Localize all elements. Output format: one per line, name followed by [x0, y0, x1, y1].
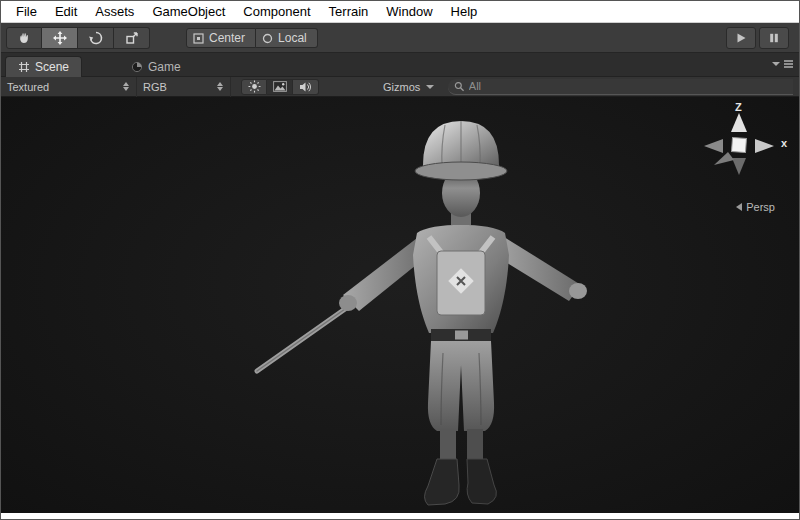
render-mode-value: Textured: [7, 81, 49, 93]
pivot-center-label: Center: [209, 31, 245, 45]
pause-icon: [768, 32, 780, 44]
move-tool-button[interactable]: [42, 27, 78, 49]
play-icon: [735, 32, 747, 44]
menu-edit[interactable]: Edit: [46, 2, 86, 21]
gizmos-dropdown[interactable]: Gizmos: [377, 77, 440, 97]
scene-viewport[interactable]: Z x Persp: [1, 97, 799, 513]
playmode-controls: [726, 27, 789, 49]
pivot-toggle-group: Center Local: [186, 28, 318, 48]
scale-tool-icon: [124, 30, 140, 46]
pivot-local-button[interactable]: Local: [256, 28, 318, 48]
rotate-tool-button[interactable]: [78, 27, 114, 49]
color-mode-value: RGB: [143, 81, 167, 93]
scene-orientation-gizmo[interactable]: Z x: [697, 105, 781, 189]
skybox-toggle-button[interactable]: [267, 79, 293, 95]
skybox-image-icon: [273, 81, 287, 92]
rotate-tool-icon: [88, 30, 104, 46]
window-bottom-edge: [1, 513, 799, 519]
tab-scene-label: Scene: [35, 60, 69, 74]
scene-view-toolbar: Textured RGB: [1, 77, 799, 97]
center-pivot-icon: [193, 33, 204, 44]
scale-tool-button[interactable]: [114, 27, 150, 49]
speaker-icon: [299, 81, 312, 93]
gizmo-z-axis-cone[interactable]: [731, 113, 747, 132]
lighting-toggle-button[interactable]: [241, 79, 267, 95]
pivot-center-button[interactable]: Center: [186, 28, 256, 48]
scene-tab-icon: [18, 61, 30, 73]
menu-file[interactable]: File: [7, 2, 46, 21]
unity-editor-window: File Edit Assets GameObject Component Te…: [0, 0, 800, 520]
hand-tool-icon: [16, 30, 32, 46]
menu-help[interactable]: Help: [442, 2, 487, 21]
scene-3d-character-model: [231, 103, 631, 513]
move-tool-icon: [52, 30, 68, 46]
transform-tool-group: [6, 27, 150, 49]
gizmos-dropdown-arrow-icon: [426, 85, 434, 89]
pivot-local-label: Local: [278, 31, 307, 45]
tab-options-dropdown-icon: [772, 62, 780, 66]
local-pivot-icon: [262, 33, 273, 44]
game-tab-icon: [131, 61, 143, 73]
gizmos-label: Gizmos: [383, 81, 420, 93]
view-tab-bar: Scene Game: [1, 53, 799, 77]
scene-search-input[interactable]: [469, 80, 793, 92]
pause-button[interactable]: [759, 27, 789, 49]
persp-label: Persp: [746, 201, 775, 213]
persp-triangle-icon: [736, 203, 742, 211]
scene-search-field[interactable]: [448, 79, 793, 95]
menu-assets[interactable]: Assets: [86, 2, 143, 21]
gizmo-negx-axis-cone[interactable]: [704, 139, 723, 153]
tab-options-button[interactable]: [766, 59, 794, 69]
gizmo-x-axis-cone[interactable]: [755, 139, 774, 153]
menu-component[interactable]: Component: [234, 2, 319, 21]
hand-tool-button[interactable]: [6, 27, 42, 49]
gizmo-z-axis-label: Z: [735, 101, 742, 113]
color-mode-dropdown[interactable]: RGB: [137, 77, 231, 97]
tab-game[interactable]: Game: [119, 56, 193, 77]
updown-arrow-icon: [123, 82, 130, 91]
scene-view-toggles: [241, 79, 319, 95]
menu-window[interactable]: Window: [377, 2, 441, 21]
gizmo-negy-axis-cone[interactable]: [732, 158, 746, 175]
gizmo-depth-axis-cone[interactable]: [714, 152, 734, 165]
gizmo-x-axis-label: x: [781, 137, 787, 149]
main-toolbar: Center Local: [1, 23, 799, 53]
updown-arrow-icon: [217, 82, 224, 91]
audio-toggle-button[interactable]: [293, 79, 319, 95]
render-mode-dropdown[interactable]: Textured: [1, 77, 137, 97]
search-icon: [454, 81, 465, 92]
play-button[interactable]: [726, 27, 756, 49]
tab-game-label: Game: [148, 60, 181, 74]
menu-bar: File Edit Assets GameObject Component Te…: [1, 1, 799, 23]
tab-options-menu-icon: [783, 59, 794, 69]
scene-gizmo-axes-icon[interactable]: [697, 105, 781, 189]
menu-gameobject[interactable]: GameObject: [143, 2, 234, 21]
sun-icon: [248, 80, 261, 93]
gizmo-center-cube[interactable]: [732, 138, 747, 153]
perspective-mode-toggle[interactable]: Persp: [736, 201, 775, 213]
tab-scene[interactable]: Scene: [5, 56, 82, 77]
menu-terrain[interactable]: Terrain: [320, 2, 378, 21]
